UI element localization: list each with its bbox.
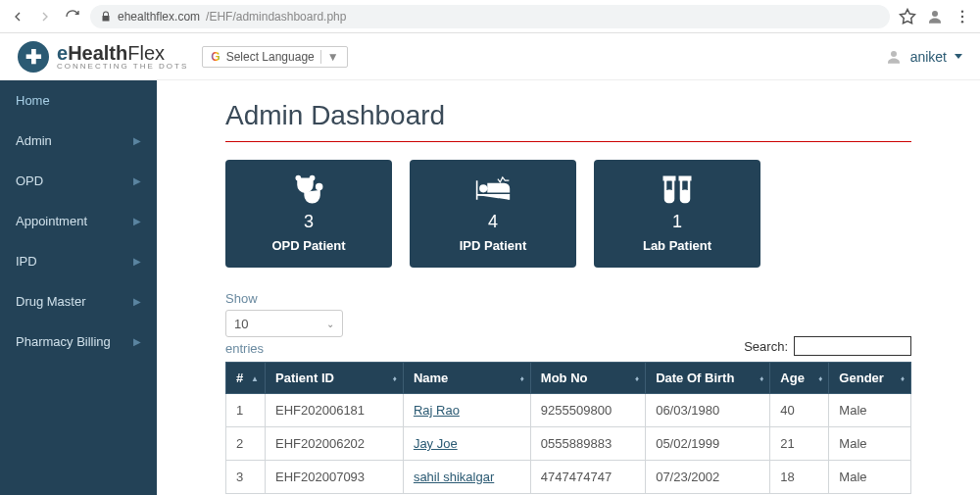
sort-icon: ♦ bbox=[818, 373, 822, 382]
url-path: /EHF/admindashboard.php bbox=[206, 10, 346, 24]
sidebar-item-appointment[interactable]: Appointment ▶ bbox=[0, 201, 157, 241]
svg-point-3 bbox=[961, 21, 963, 23]
brand-text: eHealthFlex bbox=[57, 43, 188, 63]
logo-mark-icon: ✚ bbox=[18, 41, 49, 73]
svg-point-5 bbox=[297, 176, 301, 180]
sort-icon: ♦ bbox=[901, 373, 905, 382]
lock-icon bbox=[100, 11, 112, 23]
stethoscope-icon bbox=[291, 174, 326, 206]
search-label: Search: bbox=[744, 339, 788, 354]
cell-gender: Male bbox=[829, 427, 911, 461]
main-content: Admin Dashboard 3 OPD Patient 4 IPD Pati… bbox=[157, 80, 980, 495]
language-label: Select Language bbox=[226, 50, 315, 64]
patient-link[interactable]: sahil shikalgar bbox=[414, 470, 494, 484]
card-ipd-patient[interactable]: 4 IPD Patient bbox=[410, 160, 576, 268]
svg-point-4 bbox=[891, 51, 897, 57]
sidebar: Home Admin ▶ OPD ▶ Appointment ▶ IPD ▶ D… bbox=[0, 80, 157, 495]
avatar-icon bbox=[885, 48, 903, 66]
card-count: 4 bbox=[488, 212, 498, 232]
reload-button[interactable] bbox=[63, 7, 82, 26]
col-patient-id[interactable]: Patient ID♦ bbox=[266, 363, 404, 394]
cell-mob: 0555889883 bbox=[530, 427, 645, 461]
sidebar-item-pharmacy-billing[interactable]: Pharmacy Billing ▶ bbox=[0, 322, 157, 362]
cell-patient-id: EHF202006181 bbox=[266, 394, 404, 427]
col-age[interactable]: Age♦ bbox=[770, 363, 829, 394]
cell-num: 3 bbox=[226, 461, 266, 494]
cell-name: sahil shikalgar bbox=[403, 461, 530, 494]
sidebar-item-label: Appointment bbox=[16, 214, 87, 228]
cell-mob: 4747474747 bbox=[530, 461, 645, 494]
user-menu[interactable]: aniket bbox=[885, 48, 962, 66]
sidebar-item-opd[interactable]: OPD ▶ bbox=[0, 161, 157, 201]
url-host: ehealthflex.com bbox=[118, 10, 200, 24]
title-divider bbox=[225, 141, 911, 142]
card-count: 3 bbox=[304, 212, 314, 232]
search-input[interactable] bbox=[794, 336, 911, 356]
svg-point-6 bbox=[311, 176, 315, 180]
sidebar-item-drug-master[interactable]: Drug Master ▶ bbox=[0, 281, 157, 322]
sidebar-item-ipd[interactable]: IPD ▶ bbox=[0, 241, 157, 281]
logo[interactable]: ✚ eHealthFlex CONNECTING THE DOTS bbox=[18, 41, 188, 73]
col-gender[interactable]: Gender♦ bbox=[829, 363, 911, 394]
card-label: Lab Patient bbox=[643, 238, 711, 253]
cell-gender: Male bbox=[829, 394, 911, 427]
table-row: 2EHF202006202Jay Joe055588988305/02/1999… bbox=[226, 427, 911, 461]
cell-age: 21 bbox=[770, 427, 829, 461]
stat-cards: 3 OPD Patient 4 IPD Patient 1 Lab Patien… bbox=[225, 160, 911, 268]
address-bar[interactable]: ehealthflex.com/EHF/admindashboard.php bbox=[90, 5, 890, 28]
sidebar-item-label: IPD bbox=[16, 254, 37, 269]
browser-toolbar: ehealthflex.com/EHF/admindashboard.php bbox=[0, 0, 980, 33]
card-lab-patient[interactable]: 1 Lab Patient bbox=[594, 160, 760, 268]
page-title: Admin Dashboard bbox=[225, 100, 911, 131]
sort-icon: ▲ bbox=[251, 373, 259, 382]
page-length-select[interactable]: 10 ⌄ bbox=[225, 310, 343, 337]
cell-age: 40 bbox=[770, 394, 829, 427]
col-name[interactable]: Name♦ bbox=[403, 363, 530, 394]
col-mob[interactable]: Mob No♦ bbox=[530, 363, 645, 394]
svg-rect-10 bbox=[663, 176, 675, 180]
table-controls: Show 10 ⌄ entries Search: bbox=[225, 291, 911, 356]
language-selector[interactable]: G Select Language ▼ bbox=[202, 46, 347, 68]
sidebar-item-label: Pharmacy Billing bbox=[16, 334, 111, 349]
sidebar-item-label: Drug Master bbox=[16, 294, 86, 309]
sort-icon: ♦ bbox=[760, 373, 763, 382]
patient-link[interactable]: Raj Rao bbox=[414, 403, 460, 418]
svg-point-2 bbox=[961, 15, 963, 17]
card-opd-patient[interactable]: 3 OPD Patient bbox=[225, 160, 392, 268]
sort-icon: ♦ bbox=[393, 373, 397, 382]
chevron-right-icon: ▶ bbox=[133, 256, 141, 267]
chevron-right-icon: ▶ bbox=[133, 216, 141, 226]
profile-icon[interactable] bbox=[925, 7, 945, 26]
app-header: ✚ eHealthFlex CONNECTING THE DOTS G Sele… bbox=[0, 33, 980, 80]
svg-rect-9 bbox=[665, 190, 673, 202]
brand-tagline: CONNECTING THE DOTS bbox=[57, 63, 188, 71]
card-label: IPD Patient bbox=[460, 238, 527, 253]
forward-button[interactable] bbox=[35, 7, 55, 26]
kebab-menu-icon[interactable] bbox=[953, 7, 972, 26]
chevron-right-icon: ▶ bbox=[133, 296, 141, 307]
col-dob[interactable]: Date Of Birth♦ bbox=[646, 363, 770, 394]
user-name: aniket bbox=[910, 49, 947, 65]
patients-table: #▲ Patient ID♦ Name♦ Mob No♦ Date Of Bir… bbox=[225, 362, 911, 494]
cell-num: 2 bbox=[226, 427, 266, 461]
col-num[interactable]: #▲ bbox=[226, 363, 266, 394]
card-count: 1 bbox=[672, 212, 682, 232]
page-length-value: 10 bbox=[234, 317, 248, 331]
table-row: 1EHF202006181Raj Rao925550980006/03/1980… bbox=[226, 394, 911, 427]
sidebar-item-label: Admin bbox=[16, 133, 52, 148]
sidebar-item-label: OPD bbox=[16, 173, 43, 188]
cell-gender: Male bbox=[829, 461, 911, 494]
chevron-right-icon: ▶ bbox=[133, 135, 141, 146]
entries-label: entries bbox=[225, 341, 343, 356]
sidebar-item-home[interactable]: Home bbox=[0, 80, 157, 121]
bookmark-star-icon[interactable] bbox=[898, 7, 917, 26]
cell-name: Raj Rao bbox=[403, 394, 530, 427]
sidebar-item-admin[interactable]: Admin ▶ bbox=[0, 121, 157, 161]
card-label: OPD Patient bbox=[271, 238, 345, 253]
back-button[interactable] bbox=[8, 7, 27, 26]
show-label: Show bbox=[225, 291, 343, 306]
google-g-icon: G bbox=[211, 50, 220, 64]
cell-patient-id: EHF202007093 bbox=[266, 461, 404, 494]
svg-rect-12 bbox=[681, 190, 689, 202]
patient-link[interactable]: Jay Joe bbox=[414, 436, 458, 451]
